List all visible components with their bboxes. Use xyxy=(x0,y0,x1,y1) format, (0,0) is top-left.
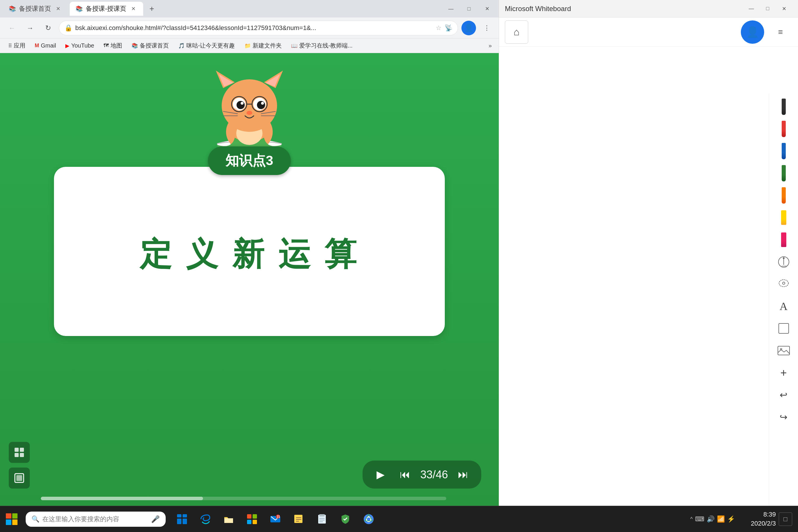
taskbar-chrome-button[interactable] xyxy=(358,508,380,530)
lesson-playback-controls: ▶ ⏮ 33/46 ⏭ xyxy=(363,460,481,489)
lesson-scrollbar[interactable] xyxy=(41,497,446,500)
taskbar-security-button[interactable] xyxy=(334,508,356,530)
wb-image-button[interactable] xyxy=(771,340,797,361)
beizhuke-favicon: 📚 xyxy=(132,43,138,49)
taskbar-start-button[interactable] xyxy=(0,506,23,532)
chrome-tab-1[interactable]: 📚 备授课首页 ✕ xyxy=(3,2,68,16)
youtube-favicon: ▶ xyxy=(65,43,70,49)
wb-add-button[interactable]: + xyxy=(771,362,797,383)
bookmark-migu[interactable]: 🎵 咪咕-让今天更有趣 xyxy=(174,40,239,51)
tab1-close-button[interactable]: ✕ xyxy=(54,5,62,13)
fullscreen-button[interactable] xyxy=(9,468,30,489)
chrome-menu-button[interactable]: ⋮ xyxy=(479,21,494,35)
svg-rect-44 xyxy=(247,514,251,518)
grid-view-button[interactable] xyxy=(9,442,30,463)
gmail-favicon: M xyxy=(35,43,39,49)
bookmark-migu-label: 咪咕-让今天更有趣 xyxy=(186,42,235,50)
lesson-background: 知识点3 定 义 新 运 算 xyxy=(0,53,499,506)
wb-text-button[interactable]: A xyxy=(771,296,797,317)
systray-network-icon[interactable]: 📶 xyxy=(717,515,725,523)
systray-power-icon[interactable]: ⚡ xyxy=(727,515,735,523)
tab2-title: 备授课-授课页 xyxy=(86,4,126,13)
svg-rect-38 xyxy=(778,346,790,355)
lesson-progress: 33/46 xyxy=(420,469,448,481)
bookmark-gmail-label: Gmail xyxy=(41,42,56,49)
svg-rect-40 xyxy=(177,514,182,517)
systray-volume-icon[interactable]: 🔊 xyxy=(707,515,715,523)
bookmark-icon[interactable]: ☆ xyxy=(436,24,442,32)
wb-minimize-button[interactable]: — xyxy=(743,3,760,15)
wb-menu-button[interactable]: ≡ xyxy=(769,20,792,44)
wb-maximize-button[interactable]: □ xyxy=(760,3,776,15)
scrollbar-thumb xyxy=(41,497,203,500)
svg-text:||||||||: |||||||| xyxy=(782,265,786,267)
bookmark-beizhuke[interactable]: 📚 备授课首页 xyxy=(128,40,173,51)
fullscreen-icon xyxy=(14,473,24,483)
taskbar-notepad-button[interactable] xyxy=(311,508,333,530)
bookmark-aixuexi[interactable]: 📖 爱学习在线-教师端... xyxy=(287,40,357,51)
prev-button[interactable]: ⏮ xyxy=(396,465,415,484)
taskbar-sticky-notes-button[interactable] xyxy=(288,508,310,530)
play-button[interactable]: ▶ xyxy=(371,465,390,484)
taskbar-mic-icon[interactable]: 🎤 xyxy=(151,515,160,523)
wb-highlighter-pink-button[interactable] xyxy=(771,229,797,250)
wb-pen-green-button[interactable] xyxy=(771,163,797,184)
wb-lasso-button[interactable] xyxy=(771,273,797,294)
svg-point-14 xyxy=(261,102,264,105)
wb-pen-black-button[interactable] xyxy=(771,96,797,117)
chrome-bookmarks-bar: ⠿ 应用 M Gmail ▶ YouTube 🗺 地图 📚 备授课首页 🎵 咪咕… xyxy=(0,38,499,53)
wb-redo-button[interactable]: ↪ xyxy=(771,406,797,428)
taskbar-search-input[interactable] xyxy=(42,515,149,523)
clock-date: 2020/2/3 xyxy=(738,519,776,528)
taskbar-clock[interactable]: 8:39 2020/2/3 xyxy=(738,510,776,528)
ruler-icon: |||||||| xyxy=(776,254,791,269)
shape-icon xyxy=(776,321,791,336)
svg-point-36 xyxy=(782,282,785,284)
taskbar-mail-button[interactable]: 21 xyxy=(264,508,286,530)
chrome-close-button[interactable]: ✕ xyxy=(478,3,496,15)
chrome-maximize-button[interactable]: □ xyxy=(460,3,478,15)
taskbar-search-bar[interactable]: 🔍 🎤 xyxy=(26,512,166,527)
taskbar-notifications-button[interactable]: □ xyxy=(779,512,792,526)
wb-close-button[interactable]: ✕ xyxy=(776,3,792,15)
bookmark-newfolder[interactable]: 📁 新建文件夹 xyxy=(240,40,286,51)
wb-profile-button[interactable]: 👤 xyxy=(741,20,764,44)
chrome-minimize-button[interactable]: — xyxy=(442,3,460,15)
wb-drawing-canvas[interactable] xyxy=(499,93,769,506)
wb-shape-button[interactable] xyxy=(771,318,797,339)
chrome-address-bar[interactable]: 🔒 bsk.aixuexi.com/shouke.html#/?classId=… xyxy=(59,21,458,35)
chrome-forward-button[interactable]: → xyxy=(23,21,37,35)
taskbar-task-view-button[interactable] xyxy=(171,508,193,530)
wb-home-button[interactable]: ⌂ xyxy=(505,20,528,44)
systray-expand-icon[interactable]: ^ xyxy=(690,516,693,522)
chrome-back-button[interactable]: ← xyxy=(5,21,19,35)
tab2-close-button[interactable]: ✕ xyxy=(129,5,137,13)
chrome-tab-2[interactable]: 📚 备授课-授课页 ✕ xyxy=(70,2,143,16)
taskbar-edge-button[interactable] xyxy=(194,508,216,530)
new-tab-button[interactable]: + xyxy=(145,2,158,16)
migu-favicon: 🎵 xyxy=(178,43,185,49)
wb-highlighter-yellow-button[interactable] xyxy=(771,207,797,228)
knowledge-badge-text: 知识点3 xyxy=(226,153,273,168)
bookmark-youtube[interactable]: ▶ YouTube xyxy=(61,40,98,51)
chrome-profile-button[interactable]: 👤 xyxy=(461,21,476,35)
wb-ruler-button[interactable]: |||||||| xyxy=(771,251,797,272)
edge-icon xyxy=(200,514,211,525)
next-button[interactable]: ⏭ xyxy=(454,465,473,484)
svg-point-13 xyxy=(241,102,244,105)
wb-undo-button[interactable]: ↩ xyxy=(771,384,797,405)
bookmark-apps[interactable]: ⠿ 应用 xyxy=(4,40,30,51)
chrome-window-controls: — □ ✕ xyxy=(442,3,496,15)
bookmark-gmail[interactable]: M Gmail xyxy=(31,40,60,51)
chrome-refresh-button[interactable]: ↻ xyxy=(41,21,55,35)
cast-icon[interactable]: 📡 xyxy=(444,24,452,32)
add-icon: + xyxy=(780,367,786,379)
bookmarks-more-button[interactable]: » xyxy=(486,40,495,51)
taskbar-store-button[interactable] xyxy=(241,508,263,530)
bookmark-maps[interactable]: 🗺 地图 xyxy=(99,40,126,51)
wb-pen-blue-button[interactable] xyxy=(771,140,797,162)
wb-pen-orange-button[interactable] xyxy=(771,185,797,206)
wb-pen-red-button[interactable] xyxy=(771,118,797,139)
taskbar-explorer-button[interactable] xyxy=(217,508,240,530)
systray-keyboard-icon[interactable]: ⌨ xyxy=(695,515,704,523)
